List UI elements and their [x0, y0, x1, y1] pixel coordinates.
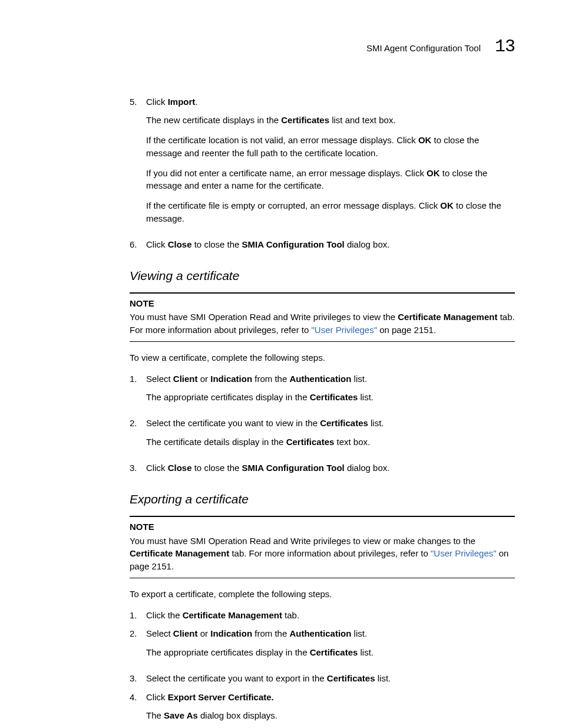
text: on page 2151.	[377, 325, 436, 335]
list-body: Click Close to close the SMIA Configurat…	[146, 238, 515, 251]
viewing-list: 1. Select Client or Indication from the …	[130, 373, 515, 475]
list-body: Select Client or Indication from the Aut…	[146, 373, 515, 411]
text: The	[146, 710, 164, 720]
note-label: NOTE	[130, 297, 515, 310]
text: list.	[351, 374, 367, 384]
ui-term: OK	[440, 200, 454, 210]
text: Click	[146, 239, 168, 249]
list-number: 5.	[130, 95, 146, 232]
text: The certificate details display in the	[146, 437, 286, 447]
ui-term: SMIA Configuration Tool	[242, 463, 345, 473]
text: text box.	[334, 437, 370, 447]
exporting-list: 1. Click the Certificate Management tab.…	[130, 609, 515, 728]
text: Select the certificate you want to view …	[146, 418, 320, 428]
list-body: Select the certificate you want to expor…	[146, 672, 515, 685]
text: dialog box displays.	[198, 710, 277, 720]
ui-term: Certificates	[327, 673, 375, 683]
list-number: 3.	[130, 462, 146, 475]
lead-text: To export a certificate, complete the fo…	[130, 588, 515, 601]
text: Select	[146, 628, 173, 638]
header-title: SMI Agent Configuration Tool	[366, 42, 481, 55]
list-item: 3. Select the certificate you want to ex…	[130, 672, 515, 685]
ui-term: Certificates	[281, 115, 329, 125]
text: list.	[351, 628, 367, 638]
content: 5. Click Import. The new certificate dis…	[130, 95, 515, 729]
list-body: Click Import. The new certificate displa…	[146, 95, 515, 232]
link-user-privileges[interactable]: "User Privileges"	[311, 325, 377, 335]
ui-term: Save As	[164, 710, 198, 720]
ui-term: Export Server Certificate	[168, 692, 272, 702]
note-label: NOTE	[130, 521, 515, 533]
ui-term: Client	[173, 628, 198, 638]
list-number: 1.	[130, 609, 146, 622]
ui-term: Authentication	[289, 628, 351, 638]
ui-term: Client	[173, 374, 198, 384]
text: The appropriate certificates display in …	[146, 647, 310, 657]
text: You must have SMI Operation Read and Wri…	[130, 312, 398, 322]
list-item: 1. Click the Certificate Management tab.	[130, 609, 515, 622]
ui-term: Close	[168, 463, 192, 473]
text: dialog box.	[345, 463, 390, 473]
ui-term: Certificates	[310, 392, 358, 402]
text: or	[198, 374, 211, 384]
lead-text: To view a certificate, complete the foll…	[130, 351, 515, 364]
ui-term: Certificate Management	[183, 610, 282, 620]
ui-term: Certificates	[310, 647, 358, 657]
text: list.	[375, 673, 391, 683]
chapter-number: 13	[495, 34, 515, 60]
text: list and text box.	[329, 115, 396, 125]
text: If the certificate location is not valid…	[146, 135, 418, 145]
text: list.	[358, 647, 373, 657]
list-body: Click Close to close the SMIA Configurat…	[146, 462, 515, 475]
list-number: 2.	[130, 627, 146, 666]
list-body: Click Export Server Certificate. The Sav…	[146, 691, 515, 728]
ui-term: Indication	[210, 374, 252, 384]
text: .	[195, 97, 197, 107]
link-user-privileges[interactable]: "User Privileges"	[431, 548, 497, 558]
text: You must have SMI Operation Read and Wri…	[130, 536, 475, 546]
list-number: 4.	[130, 691, 146, 728]
ui-term: OK	[427, 168, 440, 178]
ui-term: Certificates	[320, 418, 368, 428]
text: The new certificate displays in the	[146, 115, 281, 125]
text: Click	[146, 463, 168, 473]
list-item: 4. Click Export Server Certificate. The …	[130, 691, 515, 728]
page: SMI Agent Configuration Tool 13 5. Click…	[0, 0, 562, 728]
text: The appropriate certificates display in …	[146, 392, 310, 402]
note-text: You must have SMI Operation Read and Wri…	[130, 535, 515, 573]
ui-term: Certificate Management	[130, 548, 229, 558]
text: or	[198, 628, 211, 638]
text: to close the	[192, 239, 242, 249]
text: If the certificate file is empty or corr…	[146, 200, 440, 210]
text: If you did not enter a certificate name,…	[146, 168, 427, 178]
list-number: 2.	[130, 417, 146, 456]
section-heading-exporting: Exporting a certificate	[130, 490, 515, 508]
list-item: 2. Select Client or Indication from the …	[130, 627, 515, 666]
ui-term: SMIA Configuration Tool	[242, 239, 345, 249]
list-body: Select the certificate you want to view …	[146, 417, 515, 456]
text: Click	[146, 692, 168, 702]
text: Click	[146, 97, 168, 107]
note-text: You must have SMI Operation Read and Wri…	[130, 311, 515, 337]
ui-term: Import	[168, 97, 196, 107]
note-box: NOTE You must have SMI Operation Read an…	[130, 516, 515, 578]
list-number: 3.	[130, 672, 146, 685]
text: list.	[368, 418, 384, 428]
ui-term: Certificates	[286, 437, 335, 447]
list-item: 5. Click Import. The new certificate dis…	[130, 95, 515, 232]
section-heading-viewing: Viewing a certificate	[130, 267, 515, 285]
list-item: 6. Click Close to close the SMIA Configu…	[130, 238, 515, 251]
page-header: SMI Agent Configuration Tool 13	[130, 34, 515, 60]
ui-term: Indication	[210, 628, 252, 638]
list-body: Click the Certificate Management tab.	[146, 609, 515, 622]
text: .	[272, 692, 274, 702]
intro-list: 5. Click Import. The new certificate dis…	[130, 95, 515, 251]
text: Click the	[146, 610, 183, 620]
ui-term: Close	[168, 239, 192, 249]
text: tab. For more information about privileg…	[229, 548, 431, 558]
note-box: NOTE You must have SMI Operation Read an…	[130, 292, 515, 342]
list-item: 2. Select the certificate you want to vi…	[130, 417, 515, 456]
list-number: 1.	[130, 373, 146, 411]
ui-term: Authentication	[289, 374, 351, 384]
text: tab.	[282, 610, 299, 620]
